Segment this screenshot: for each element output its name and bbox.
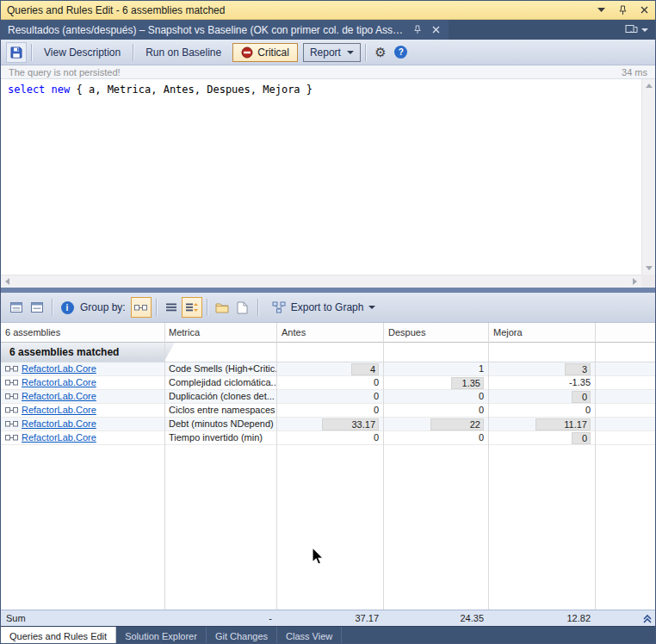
open-folder-button[interactable] — [212, 297, 232, 318]
despues-cell: 22 — [383, 418, 488, 431]
bottom-tab-solution-explorer[interactable]: Solution Explorer — [116, 627, 207, 644]
document-tab[interactable]: Resultados (antes/después) – Snapshot vs… — [1, 20, 449, 40]
table-row[interactable]: RefactorLab.Core Code Smells (High+Criti… — [1, 362, 655, 376]
sort-arrows-icon — [185, 302, 198, 313]
value-highlight: 0 — [572, 391, 591, 403]
sum-despues: 24.35 — [383, 610, 484, 627]
save-button[interactable] — [6, 42, 27, 63]
info-button[interactable]: i — [57, 297, 77, 318]
bottom-tab-queries-and-rules-edit[interactable]: Queries and Rules Edit — [1, 627, 116, 644]
scroll-left-arrow-icon[interactable] — [5, 278, 9, 285]
mejora-cell: -1.35 — [488, 376, 595, 390]
tab-pin-icon[interactable] — [412, 24, 424, 36]
assembly-icon — [5, 434, 18, 442]
column-separator[interactable] — [164, 323, 165, 610]
mejora-cell: 0 — [488, 390, 595, 404]
metric-cell: Complejidad ciclomática... — [164, 376, 276, 390]
collapse-pane-button[interactable] — [641, 612, 653, 625]
antes-cell: 0 — [276, 376, 383, 390]
folder-icon — [215, 302, 229, 313]
column-separator[interactable] — [383, 323, 384, 610]
scroll-up-arrow-icon[interactable] — [646, 84, 653, 88]
pin-icon[interactable] — [616, 4, 628, 16]
new-document-button[interactable] — [232, 297, 253, 318]
assembly-icon — [5, 365, 18, 373]
tab-close-icon[interactable] — [430, 24, 442, 36]
scroll-right-arrow-icon[interactable] — [633, 278, 637, 285]
collapse-all-groups-button[interactable] — [27, 297, 47, 318]
table-row[interactable]: RefactorLab.Core Complejidad ciclomática… — [1, 376, 655, 390]
metric-cell: Code Smells (High+Critic... — [164, 362, 276, 376]
run-on-baseline-button[interactable]: Run on Baseline — [138, 43, 229, 62]
query-editor[interactable]: select new { a, Metrica, Antes, Despues,… — [1, 79, 655, 275]
column-header-metrica[interactable]: Metrica — [164, 323, 276, 343]
expand-panel-icon — [9, 300, 23, 314]
editor-horizontal-scrollbar[interactable] — [1, 275, 641, 288]
editor-vertical-scrollbar[interactable] — [641, 79, 655, 275]
assembly-link[interactable]: RefactorLab.Core — [22, 418, 96, 429]
gear-icon: ⚙ — [374, 46, 386, 59]
assembly-icon — [5, 420, 18, 428]
sorted-view-button[interactable] — [182, 297, 202, 318]
assembly-link[interactable]: RefactorLab.Core — [22, 405, 96, 415]
despues-cell: 1 — [383, 362, 488, 376]
query-code: select new { a, Metrica, Antes, Despues,… — [8, 84, 313, 96]
value-highlight: 11.17 — [535, 418, 591, 430]
critical-toggle-button[interactable]: Critical — [232, 43, 298, 62]
table-row[interactable]: RefactorLab.Core Duplicación (clones det… — [1, 390, 655, 404]
scrollbar-corner — [641, 275, 655, 288]
report-label: Report — [310, 46, 341, 59]
export-to-graph-button[interactable]: Export to Graph — [266, 299, 382, 316]
expand-all-groups-button[interactable] — [6, 297, 27, 318]
assembly-link[interactable]: RefactorLab.Core — [22, 391, 96, 401]
value-highlight: 1.35 — [451, 377, 484, 389]
bottom-tab-class-view[interactable]: Class View — [277, 627, 342, 644]
query-body: { a, Metrica, Antes, Despues, Mejora } — [70, 84, 313, 96]
flat-list-view-button[interactable] — [161, 297, 182, 318]
elapsed-time: 34 ms — [622, 67, 647, 77]
column-header-antes[interactable]: Antes — [276, 323, 383, 343]
tab-group-icon[interactable] — [625, 22, 638, 38]
value-highlight: 22 — [430, 418, 484, 430]
titlebar: Queries and Rules Edit - 6 assemblies ma… — [1, 1, 655, 20]
value-highlight: 3 — [565, 363, 591, 375]
mejora-cell: 3 — [488, 362, 595, 376]
export-to-graph-label: Export to Graph — [291, 301, 364, 313]
table-row[interactable]: RefactorLab.Core Tiempo invertido (min) … — [1, 431, 655, 445]
toolbar-separator — [156, 299, 157, 316]
column-separator[interactable] — [276, 323, 277, 610]
save-icon — [9, 46, 23, 59]
report-dropdown-button[interactable]: Report — [303, 43, 361, 62]
group-header[interactable]: 6 assemblies matched — [1, 343, 175, 362]
query-toolbar: View Description Run on Baseline Critica… — [1, 40, 655, 65]
antes-cell: 0 — [276, 390, 383, 404]
column-header-mejora[interactable]: Mejora — [488, 323, 595, 343]
column-separator[interactable] — [488, 323, 489, 610]
assembly-link[interactable]: RefactorLab.Core — [22, 432, 96, 443]
window-menu-chevron-icon[interactable] — [595, 4, 607, 16]
export-chevron-icon — [368, 306, 375, 309]
toolbar-separator — [365, 44, 366, 61]
column-separator[interactable] — [595, 323, 596, 610]
table-row[interactable]: RefactorLab.Core Ciclos entre namespaces… — [1, 404, 655, 418]
tool-window: Queries and Rules Edit - 6 assemblies ma… — [0, 0, 656, 644]
table-row[interactable]: RefactorLab.Core Debt (minutos NDepend) … — [1, 418, 655, 431]
scroll-down-arrow-icon[interactable] — [646, 266, 653, 270]
despues-cell: 0 — [383, 404, 488, 418]
help-button[interactable]: ? — [391, 42, 412, 63]
column-header-despues[interactable]: Despues — [383, 323, 488, 343]
settings-button[interactable]: ⚙ — [370, 42, 391, 63]
bottom-tab-git-changes[interactable]: Git Changes — [207, 627, 277, 644]
tab-options-chevron-icon[interactable] — [641, 28, 648, 32]
view-description-button[interactable]: View Description — [36, 43, 128, 62]
critical-label: Critical — [257, 46, 289, 59]
despues-cell: 0 — [383, 431, 488, 445]
mejora-cell: 11.17 — [488, 418, 595, 431]
column-header-assemblies[interactable]: 6 assemblies — [1, 323, 164, 343]
close-icon[interactable] — [638, 4, 650, 16]
status-message: The query is not persisted! — [9, 67, 121, 77]
group-by-assembly-button[interactable] — [131, 297, 152, 318]
assembly-link[interactable]: RefactorLab.Core — [22, 363, 96, 374]
sum-label: Sum — [6, 610, 26, 627]
assembly-link[interactable]: RefactorLab.Core — [22, 377, 96, 387]
